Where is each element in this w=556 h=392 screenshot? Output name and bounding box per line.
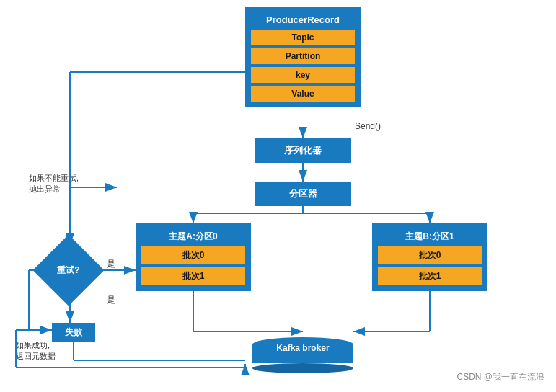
success-label: 如果成功, 返回元数据 bbox=[16, 340, 56, 362]
no-retry-line-2: 抛出异常 bbox=[29, 184, 61, 193]
topic-a-batch-0: 批次0 bbox=[141, 246, 245, 264]
fail-label: 失败 bbox=[65, 327, 82, 337]
kafka-label: Kafka broker bbox=[252, 343, 353, 353]
topic-b-box: 主题B:分区1 批次0 批次1 bbox=[372, 223, 487, 291]
field-key: key bbox=[251, 67, 355, 83]
topic-b-batch-1: 批次1 bbox=[378, 267, 482, 285]
no-retry-line-1: 如果不能重试, bbox=[29, 174, 79, 182]
topic-a-title: 主题A:分区0 bbox=[141, 229, 245, 246]
success-line-2: 返回元数据 bbox=[16, 352, 56, 360]
fail-box: 失败 bbox=[52, 323, 95, 342]
topic-a-batch-1: 批次1 bbox=[141, 267, 245, 285]
retry-yes-label-1: 是 bbox=[107, 258, 115, 270]
serializer-box: 序列化器 bbox=[255, 138, 351, 163]
topic-b-title: 主题B:分区1 bbox=[378, 229, 482, 246]
producer-record-box: ProducerRecord Topic Partition key Value bbox=[245, 7, 361, 107]
retry-yes-label-2: 是 bbox=[107, 294, 115, 306]
no-retry-label: 如果不能重试, 抛出异常 bbox=[29, 173, 79, 195]
partitioner-box: 分区器 bbox=[255, 182, 351, 206]
success-line-1: 如果成功, bbox=[16, 341, 50, 349]
diagram-container: ProducerRecord Topic Partition key Value… bbox=[0, 0, 556, 392]
retry-label: 重试? bbox=[35, 245, 102, 295]
topic-a-box: 主题A:分区0 批次0 批次1 bbox=[136, 223, 251, 291]
field-partition: Partition bbox=[251, 48, 355, 64]
field-value: Value bbox=[251, 86, 355, 102]
topic-b-batch-0: 批次0 bbox=[378, 246, 482, 264]
field-topic: Topic bbox=[251, 30, 355, 45]
partitioner-label: 分区器 bbox=[289, 188, 317, 199]
producer-record-title: ProducerRecord bbox=[251, 13, 355, 30]
csdn-watermark: CSDN @我一直在流浪 bbox=[456, 371, 544, 383]
send-label: Send() bbox=[355, 121, 381, 131]
cylinder-bottom bbox=[252, 363, 353, 373]
serializer-label: 序列化器 bbox=[284, 145, 322, 156]
